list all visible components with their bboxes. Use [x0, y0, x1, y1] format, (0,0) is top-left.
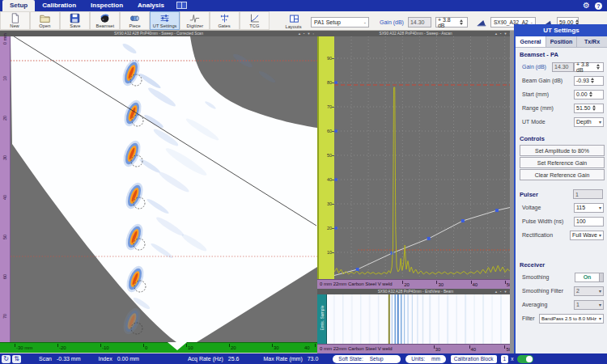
smoothing-row: Smoothing On	[516, 270, 607, 284]
gain-spinner[interactable]	[460, 18, 465, 27]
averaging-row: Averaging 1▾	[516, 298, 607, 311]
range-spinner[interactable]	[592, 104, 598, 112]
pulse-width-row: Pulse Width (ns) 100	[516, 214, 607, 228]
soft-state-pill[interactable]: Soft State:Setup	[333, 355, 401, 363]
gain-offset-field[interactable]: + 3.8 dB	[574, 62, 604, 72]
piece-label: Piece	[129, 23, 140, 28]
set-amplitude-button[interactable]: Set Amplitude to 80%	[520, 145, 605, 156]
start-spinner[interactable]	[589, 90, 595, 99]
scan-tick	[272, 344, 273, 347]
menu-tab-inspection[interactable]: Inspection	[83, 0, 130, 11]
bscan-view[interactable]	[327, 294, 510, 344]
beam-gain-label: Beam Gain (dB)	[522, 78, 562, 83]
depth-tick-label: 40	[473, 282, 478, 287]
ascan-depth-ruler: 0 mm 22mm Carbon Steel V weld 20304050	[317, 279, 510, 289]
filter-row: Filter BandPass 2.5 to 8.0 MHz▾	[516, 311, 607, 325]
averaging-select[interactable]: 1▾	[574, 300, 604, 310]
scan-tick-label: 30	[274, 345, 279, 350]
beam-gain-field[interactable]: -0.93	[574, 76, 604, 86]
start-row: Start (mm) 0.00	[516, 87, 607, 101]
beamset-button[interactable]: Beamset	[90, 11, 120, 30]
layouts-button[interactable]: Layouts	[281, 13, 307, 32]
depth-tick-label: 30	[2, 148, 7, 167]
filter-label: Filter	[522, 315, 535, 321]
save-floppy-icon	[70, 13, 80, 23]
set-reference-gain-button[interactable]: Set Reference Gain	[520, 157, 605, 168]
menu-tab-setup[interactable]: Setup	[2, 0, 35, 11]
ut-mode-label: UT Mode	[522, 119, 545, 125]
bscan-header-icons[interactable]: ▲ ▪ ▼ ▫	[495, 289, 511, 294]
digitizer-button[interactable]: Digitizer	[180, 11, 210, 30]
amp-tick-label: 70	[327, 104, 332, 109]
tab-general[interactable]: General	[516, 36, 546, 47]
bscan-vruler-label: Emis. Sample	[320, 296, 325, 340]
gain-offset-spinner[interactable]	[596, 62, 601, 71]
smoothing-filter-label: Smoothing Filter	[522, 288, 563, 294]
setup-select[interactable]: PA1 Setup-	[311, 17, 369, 28]
amp-tick-label: 40	[327, 177, 332, 182]
layouts-icon	[289, 14, 299, 24]
gates-icon	[219, 13, 230, 23]
ut-settings-button[interactable]: UT Settings	[150, 11, 180, 30]
ut-settings-panel: UT Settings General Position Tx/Rx Beams…	[514, 24, 607, 353]
pulse-width-field[interactable]: 100	[574, 217, 604, 226]
digitizer-icon	[189, 13, 200, 23]
sscan-header-icons[interactable]: ▲ ▪ ▼ ▫	[298, 31, 315, 36]
gates-button[interactable]: Gates	[210, 11, 240, 30]
start-label: Start (mm)	[522, 91, 549, 97]
voltage-row: Voltage 115▾	[516, 201, 607, 214]
menu-tab-analysis[interactable]: Analysis	[130, 0, 172, 11]
reset-icon[interactable]: ↻	[2, 355, 11, 363]
smoothing-filter-select[interactable]: 2▾	[574, 286, 604, 296]
depth-tick	[436, 281, 437, 284]
new-button[interactable]: New	[0, 11, 30, 30]
depth-tick-label: 20	[404, 282, 410, 287]
scan-tick	[229, 344, 230, 347]
rectification-select[interactable]: Full Wave▾	[570, 231, 604, 240]
gear-icon[interactable]: ⚙	[583, 2, 590, 10]
chevron-down-icon: ▾	[597, 232, 601, 238]
start-field[interactable]: 0.00	[574, 90, 604, 99]
menu-tab-calibration[interactable]: Calibration	[35, 0, 83, 11]
voltage-select[interactable]: 115▾	[574, 203, 604, 213]
depth-tick-label: 30	[435, 347, 441, 352]
amp-tick-label: 90	[327, 56, 332, 61]
calibration-block-button[interactable]: Calibration Block	[451, 355, 497, 363]
scan-tick-label: -20	[59, 345, 66, 350]
help-icon[interactable]: ?	[595, 2, 602, 10]
sscan-view[interactable]	[11, 36, 317, 342]
acquisition-toggle[interactable]	[517, 355, 533, 363]
amp-tick-label: 10	[327, 250, 332, 255]
piece-button[interactable]: Piece	[120, 11, 150, 30]
open-button[interactable]: Open	[30, 11, 60, 30]
tcg-label: TCG	[249, 23, 259, 28]
digitizer-label: Digitizer	[186, 23, 203, 28]
sscan-title: SX90 A32 A28 PnP40mm - Sweep - Corrected…	[8, 31, 309, 36]
zoom-level-box[interactable]: 1	[501, 355, 509, 363]
scan-tick	[143, 344, 144, 347]
window-layout-icon[interactable]	[176, 2, 187, 9]
depth-tick	[469, 345, 470, 349]
range-field[interactable]: 51.50	[574, 104, 604, 113]
ascan-view[interactable]	[334, 36, 510, 279]
save-button[interactable]: Save	[60, 11, 90, 30]
toggle-knob	[526, 356, 533, 362]
ut-mode-select[interactable]: Depth▾	[574, 117, 604, 127]
axis-marker	[335, 178, 337, 180]
tab-position[interactable]: Position	[546, 36, 577, 47]
gain-offset-box[interactable]: + 3.8 dB	[435, 17, 468, 28]
filter-select[interactable]: BandPass 2.5 to 8.0 MHz▾	[539, 314, 604, 324]
smoothing-toggle[interactable]: On	[575, 273, 604, 282]
depth-tick-label: 50	[2, 227, 7, 247]
clear-reference-gain-button[interactable]: Clear Reference Gain	[520, 169, 605, 180]
tcg-button[interactable]: TCG	[240, 11, 270, 30]
rectification-row: Rectification Full Wave▾	[516, 228, 607, 242]
beam-gain-spinner[interactable]	[591, 76, 596, 85]
ascan-header-icons[interactable]: ▲ ▪ ▼ ▫	[495, 31, 511, 36]
tcg-icon	[249, 13, 260, 23]
units-pill[interactable]: Units:mm	[405, 355, 445, 363]
acq-rate: Acq Rate (Hz)25.6	[188, 356, 240, 362]
tab-txrx[interactable]: Tx/Rx	[577, 36, 607, 47]
scan-tick-label: -30 mm	[16, 345, 32, 350]
updown-icon[interactable]: ⇅	[12, 355, 21, 363]
